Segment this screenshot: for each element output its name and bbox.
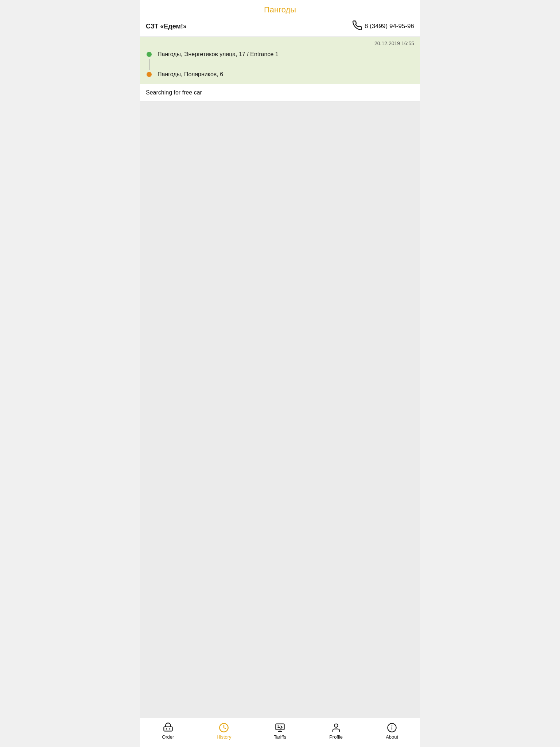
route-to-row: Пангоды, Полярников, 6 <box>146 71 414 78</box>
page-title: Пангоды <box>264 5 296 14</box>
route-from-row: Пангоды, Энергетиков улица, 17 / Entranc… <box>146 51 414 58</box>
tab-order[interactable]: Order <box>153 723 183 740</box>
phone-icon <box>352 20 362 32</box>
status-text: Searching for free car <box>146 89 202 96</box>
phone-container[interactable]: 8 (3499) 94-95-96 <box>352 20 414 32</box>
svg-rect-4 <box>276 724 284 730</box>
to-dot-wrapper <box>146 72 152 77</box>
tab-about[interactable]: About <box>377 723 407 740</box>
from-dot <box>147 52 152 57</box>
from-dot-wrapper <box>146 52 152 57</box>
svg-point-1 <box>166 728 167 730</box>
profile-icon <box>331 723 341 733</box>
bottom-nav: Order History Tariffs Profile Abou <box>140 718 420 747</box>
history-icon <box>219 723 229 733</box>
tab-history[interactable]: History <box>209 723 238 740</box>
status-bar: Searching for free car <box>140 84 420 101</box>
to-dot <box>147 72 152 77</box>
about-icon <box>387 723 397 733</box>
from-address: Пангоды, Энергетиков улица, 17 / Entranc… <box>158 51 279 58</box>
tab-order-label: Order <box>162 734 174 740</box>
tab-profile-label: Profile <box>329 734 343 740</box>
order-icon <box>163 723 173 733</box>
order-card: 20.12.2019 16:55 Пангоды, Энергетиков ул… <box>140 37 420 84</box>
svg-point-5 <box>334 724 338 727</box>
route-connector-line <box>149 59 149 70</box>
tab-history-label: History <box>217 734 231 740</box>
tab-tariffs-label: Tariffs <box>274 734 286 740</box>
tab-about-label: About <box>386 734 398 740</box>
company-name: СЗТ «Едем!» <box>146 23 187 30</box>
phone-number: 8 (3499) 94-95-96 <box>365 23 414 30</box>
order-date: 20.12.2019 16:55 <box>146 40 414 46</box>
tariffs-icon <box>275 723 285 733</box>
to-address: Пангоды, Полярников, 6 <box>158 71 223 78</box>
app-header: Пангоды <box>140 0 420 18</box>
sub-header: СЗТ «Едем!» 8 (3499) 94-95-96 <box>140 18 420 37</box>
svg-point-2 <box>169 728 171 730</box>
tab-tariffs[interactable]: Tariffs <box>265 723 295 740</box>
tab-profile[interactable]: Profile <box>322 723 351 740</box>
route-container: Пангоды, Энергетиков улица, 17 / Entranc… <box>146 51 414 78</box>
content-area <box>140 101 420 718</box>
svg-rect-0 <box>164 727 172 731</box>
